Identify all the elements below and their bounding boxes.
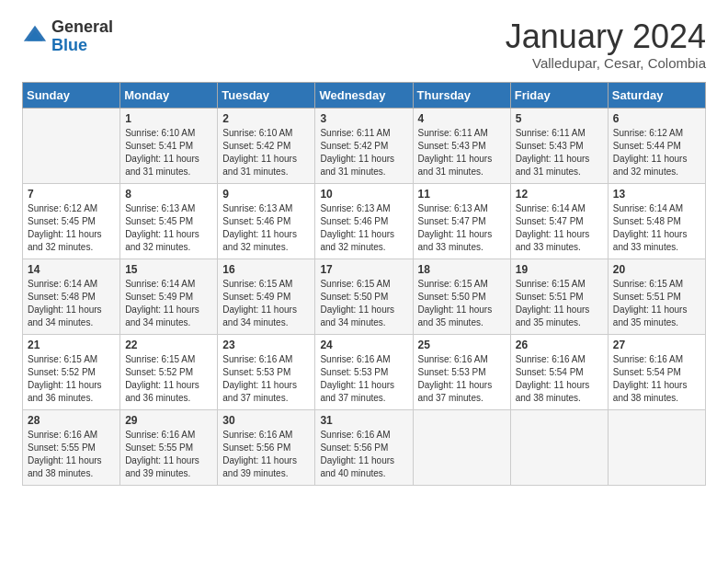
day-number: 27 [613,339,700,351]
calendar-cell: 14Sunrise: 6:14 AMSunset: 5:48 PMDayligh… [23,259,120,334]
location: Valledupar, Cesar, Colombia [506,55,706,71]
header-monday: Monday [120,82,218,108]
header-tuesday: Tuesday [218,82,315,108]
day-number: 12 [516,188,603,201]
header-thursday: Thursday [413,82,510,108]
calendar-cell: 15Sunrise: 6:14 AMSunset: 5:49 PMDayligh… [120,259,218,334]
calendar-cell: 26Sunrise: 6:16 AMSunset: 5:54 PMDayligh… [510,334,608,409]
calendar-cell: 10Sunrise: 6:13 AMSunset: 5:46 PMDayligh… [315,183,413,259]
day-number: 10 [320,188,407,201]
day-number: 14 [28,263,115,276]
calendar-cell: 28Sunrise: 6:16 AMSunset: 5:55 PMDayligh… [23,409,120,485]
day-number: 16 [222,263,310,276]
day-number: 20 [613,263,700,276]
day-number: 30 [222,414,310,427]
calendar-cell: 25Sunrise: 6:16 AMSunset: 5:53 PMDayligh… [413,334,510,409]
cell-info: Sunrise: 6:14 AMSunset: 5:49 PMDaylight:… [125,278,212,329]
day-number: 1 [125,112,212,125]
logo: General Blue [22,18,113,55]
day-number: 28 [28,414,115,427]
calendar-cell: 2Sunrise: 6:10 AMSunset: 5:42 PMDaylight… [218,108,315,183]
logo-blue-text: Blue [51,37,113,55]
calendar-cell: 27Sunrise: 6:16 AMSunset: 5:54 PMDayligh… [608,334,705,409]
cell-info: Sunrise: 6:15 AMSunset: 5:51 PMDaylight:… [516,278,603,329]
calendar-cell [608,409,705,485]
day-number: 2 [222,112,310,125]
day-number: 19 [516,263,603,276]
header-friday: Friday [510,82,608,108]
cell-info: Sunrise: 6:16 AMSunset: 5:53 PMDaylight:… [320,353,407,405]
calendar-cell: 5Sunrise: 6:11 AMSunset: 5:43 PMDaylight… [510,108,608,183]
calendar-table: SundayMondayTuesdayWednesdayThursdayFrid… [22,82,706,486]
calendar-cell [413,409,510,485]
day-number: 13 [613,188,700,201]
cell-info: Sunrise: 6:16 AMSunset: 5:55 PMDaylight:… [125,429,212,480]
cell-info: Sunrise: 6:15 AMSunset: 5:50 PMDaylight:… [418,278,506,329]
day-number: 15 [125,263,212,276]
calendar-cell: 1Sunrise: 6:10 AMSunset: 5:41 PMDaylight… [120,108,218,183]
calendar-cell [510,409,608,485]
cell-info: Sunrise: 6:16 AMSunset: 5:53 PMDaylight:… [222,353,310,405]
calendar-cell [23,108,120,183]
cell-info: Sunrise: 6:16 AMSunset: 5:56 PMDaylight:… [222,429,310,480]
day-number: 4 [418,112,506,125]
cell-info: Sunrise: 6:16 AMSunset: 5:54 PMDaylight:… [613,353,700,405]
cell-info: Sunrise: 6:11 AMSunset: 5:42 PMDaylight:… [320,127,407,178]
calendar-cell: 22Sunrise: 6:15 AMSunset: 5:52 PMDayligh… [120,334,218,409]
calendar-cell: 20Sunrise: 6:15 AMSunset: 5:51 PMDayligh… [608,259,705,334]
week-row-1: 1Sunrise: 6:10 AMSunset: 5:41 PMDaylight… [23,108,706,183]
cell-info: Sunrise: 6:15 AMSunset: 5:49 PMDaylight:… [222,278,310,329]
month-title: January 2024 [506,18,706,55]
day-number: 22 [125,339,212,351]
day-number: 7 [28,188,115,201]
logo-text: General Blue [51,18,113,55]
header-wednesday: Wednesday [315,82,413,108]
cell-info: Sunrise: 6:15 AMSunset: 5:52 PMDaylight:… [28,353,115,405]
cell-info: Sunrise: 6:11 AMSunset: 5:43 PMDaylight:… [516,127,603,178]
page-header: General Blue January 2024 Valledupar, Ce… [22,18,706,71]
day-number: 9 [222,188,310,201]
day-number: 23 [222,339,310,351]
cell-info: Sunrise: 6:14 AMSunset: 5:48 PMDaylight:… [613,202,700,254]
calendar-cell: 4Sunrise: 6:11 AMSunset: 5:43 PMDaylight… [413,108,510,183]
calendar-cell: 23Sunrise: 6:16 AMSunset: 5:53 PMDayligh… [218,334,315,409]
cell-info: Sunrise: 6:16 AMSunset: 5:56 PMDaylight:… [320,429,407,480]
cell-info: Sunrise: 6:15 AMSunset: 5:50 PMDaylight:… [320,278,407,329]
calendar-cell: 11Sunrise: 6:13 AMSunset: 5:47 PMDayligh… [413,183,510,259]
cell-info: Sunrise: 6:16 AMSunset: 5:55 PMDaylight:… [28,429,115,480]
calendar-cell: 21Sunrise: 6:15 AMSunset: 5:52 PMDayligh… [23,334,120,409]
day-number: 29 [125,414,212,427]
cell-info: Sunrise: 6:13 AMSunset: 5:45 PMDaylight:… [125,202,212,254]
cell-info: Sunrise: 6:13 AMSunset: 5:46 PMDaylight:… [320,202,407,254]
day-number: 8 [125,188,212,201]
calendar-cell: 19Sunrise: 6:15 AMSunset: 5:51 PMDayligh… [510,259,608,334]
cell-info: Sunrise: 6:13 AMSunset: 5:46 PMDaylight:… [222,202,310,254]
calendar-cell: 6Sunrise: 6:12 AMSunset: 5:44 PMDaylight… [608,108,705,183]
day-number: 26 [516,339,603,351]
calendar-cell: 29Sunrise: 6:16 AMSunset: 5:55 PMDayligh… [120,409,218,485]
calendar-cell: 18Sunrise: 6:15 AMSunset: 5:50 PMDayligh… [413,259,510,334]
calendar-cell: 30Sunrise: 6:16 AMSunset: 5:56 PMDayligh… [218,409,315,485]
cell-info: Sunrise: 6:10 AMSunset: 5:42 PMDaylight:… [222,127,310,178]
week-row-2: 7Sunrise: 6:12 AMSunset: 5:45 PMDaylight… [23,183,706,259]
cell-info: Sunrise: 6:11 AMSunset: 5:43 PMDaylight:… [418,127,506,178]
cell-info: Sunrise: 6:10 AMSunset: 5:41 PMDaylight:… [125,127,212,178]
calendar-cell: 8Sunrise: 6:13 AMSunset: 5:45 PMDaylight… [120,183,218,259]
day-number: 21 [28,339,115,351]
header-sunday: Sunday [23,82,120,108]
day-number: 6 [613,112,700,125]
cell-info: Sunrise: 6:15 AMSunset: 5:52 PMDaylight:… [125,353,212,405]
cell-info: Sunrise: 6:14 AMSunset: 5:48 PMDaylight:… [28,278,115,329]
cell-info: Sunrise: 6:15 AMSunset: 5:51 PMDaylight:… [613,278,700,329]
day-number: 3 [320,112,407,125]
calendar-cell: 31Sunrise: 6:16 AMSunset: 5:56 PMDayligh… [315,409,413,485]
cell-info: Sunrise: 6:16 AMSunset: 5:54 PMDaylight:… [516,353,603,405]
calendar-cell: 12Sunrise: 6:14 AMSunset: 5:47 PMDayligh… [510,183,608,259]
cell-info: Sunrise: 6:16 AMSunset: 5:53 PMDaylight:… [418,353,506,405]
logo-general-text: General [51,18,113,37]
day-number: 5 [516,112,603,125]
day-number: 25 [418,339,506,351]
calendar-cell: 3Sunrise: 6:11 AMSunset: 5:42 PMDaylight… [315,108,413,183]
day-number: 17 [320,263,407,276]
cell-info: Sunrise: 6:14 AMSunset: 5:47 PMDaylight:… [516,202,603,254]
